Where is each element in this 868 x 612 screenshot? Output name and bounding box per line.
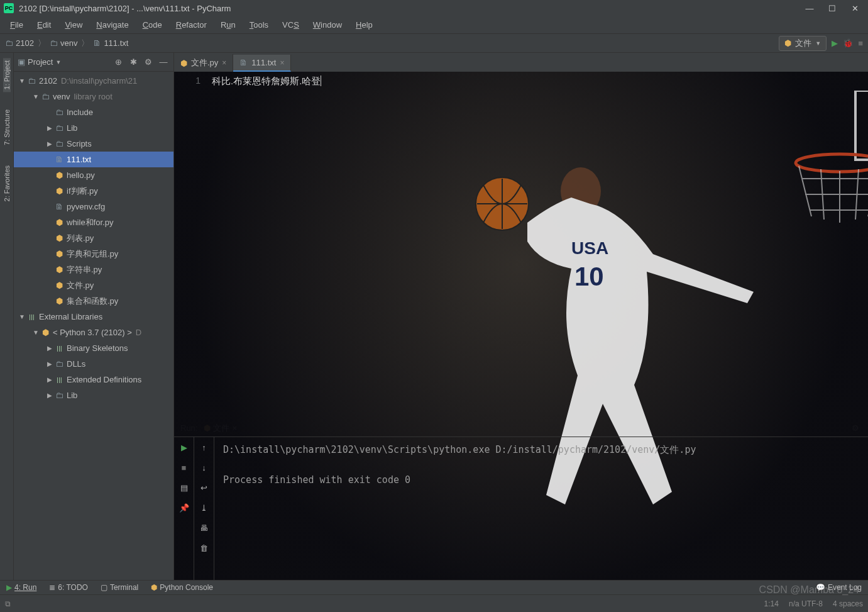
indent-config[interactable]: 4 spaces xyxy=(833,599,863,608)
tree-item[interactable]: ▶🗀Lib xyxy=(14,387,173,403)
side-tab-favorites[interactable]: 2: Favorites xyxy=(3,163,11,204)
side-tab-structure[interactable]: 7: Structure xyxy=(3,107,11,148)
close-icon[interactable]: × xyxy=(222,58,226,67)
menu-vcs[interactable]: VCS xyxy=(276,18,305,31)
pin-icon[interactable]: 📌 xyxy=(178,501,190,514)
caret-position[interactable]: 1:14 xyxy=(764,599,779,608)
tree-item[interactable]: ▼🗀venvlibrary root xyxy=(14,89,173,104)
run-button[interactable]: ▶ xyxy=(832,38,838,48)
up-icon[interactable]: ↑ xyxy=(198,441,211,453)
folder-icon: 🗀 xyxy=(54,139,64,148)
expand-arrow-icon[interactable]: ▼ xyxy=(31,329,40,336)
project-tool-window: ▣ Project ▼ ⊕ ✱ ⚙ — ▼🗀2102D:\install\pyc… xyxy=(14,53,174,580)
project-tree[interactable]: ▼🗀2102D:\install\pycharm\21▼🗀venvlibrary… xyxy=(14,72,173,580)
menu-run[interactable]: Run xyxy=(214,18,242,31)
tree-item[interactable]: ⬢字符串.py xyxy=(14,262,173,277)
txt-icon: 🗎 xyxy=(239,58,248,67)
py-icon: ⬢ xyxy=(180,58,187,68)
tree-item[interactable]: ▼⫼External Libraries xyxy=(14,309,173,325)
expand-all-icon[interactable]: ✱ xyxy=(127,56,140,69)
lib-icon: ⫼ xyxy=(26,312,36,321)
editor-tab[interactable]: 🗎111.txt× xyxy=(233,55,291,72)
windows-icon[interactable]: ⧉ xyxy=(5,599,11,608)
expand-arrow-icon[interactable]: ▼ xyxy=(18,77,26,84)
tree-item[interactable]: ⬢if判断.py xyxy=(14,183,173,199)
breadcrumb-item[interactable]: 🗀venv xyxy=(50,38,77,48)
stop-button[interactable]: ■ xyxy=(858,38,863,48)
tree-item[interactable]: ⬢文件.py xyxy=(14,277,173,293)
expand-arrow-icon[interactable]: ▼ xyxy=(31,93,40,100)
minimize-button[interactable]: — xyxy=(805,4,814,13)
run-tab-button[interactable]: ▶ 4: Run xyxy=(6,583,36,592)
folder-icon: 🗀 xyxy=(5,38,13,48)
stop-icon[interactable]: ■ xyxy=(178,461,190,474)
tree-item[interactable]: ▶⫼Binary Skeletons xyxy=(14,340,173,356)
trash-icon[interactable]: 🗑 xyxy=(198,542,211,554)
menu-refactor[interactable]: Refactor xyxy=(170,18,213,31)
down-icon[interactable]: ↓ xyxy=(198,461,211,474)
expand-arrow-icon[interactable]: ▶ xyxy=(45,125,54,131)
close-button[interactable]: ✕ xyxy=(850,4,859,13)
editor-content[interactable]: 科比.布莱恩特詹姆斯.哈登 xyxy=(212,72,868,420)
folder-icon: 🗀 xyxy=(26,76,36,86)
watermark: CSDN @Mamba 8_24 xyxy=(759,584,859,596)
hide-icon[interactable]: — xyxy=(157,56,170,69)
py-icon: ⬢ xyxy=(40,328,50,337)
todo-tab-button[interactable]: ≣ 6: TODO xyxy=(49,583,88,592)
tree-item[interactable]: ▼🗀2102D:\install\pycharm\21 xyxy=(14,73,173,89)
editor-gutter: 1 xyxy=(174,72,212,420)
menu-help[interactable]: Help xyxy=(349,18,379,31)
layout-icon[interactable]: ▤ xyxy=(178,481,190,494)
py-icon: ⬢ xyxy=(54,170,64,180)
tree-item[interactable]: ▶⫼Extended Definitions xyxy=(14,372,173,387)
expand-arrow-icon[interactable]: ▶ xyxy=(45,140,54,147)
tree-item[interactable]: 🗀Include xyxy=(14,104,173,120)
tree-item[interactable]: ▼⬢< Python 3.7 (2102) >D xyxy=(14,325,173,340)
tree-item[interactable]: 🗎111.txt xyxy=(14,152,173,167)
run-config-label: 文件 xyxy=(795,38,811,49)
tree-item[interactable]: 🗎pyvenv.cfg xyxy=(14,199,173,214)
breadcrumb-item[interactable]: 🗀2102 xyxy=(5,38,34,48)
run-config-combo[interactable]: ⬢ 文件 ▼ xyxy=(779,36,827,51)
tree-item[interactable]: ▶🗀Lib xyxy=(14,120,173,136)
python-console-tab-button[interactable]: ⬢ Python Console xyxy=(151,583,213,592)
close-icon[interactable]: × xyxy=(280,58,284,67)
tree-item[interactable]: ⬢列表.py xyxy=(14,230,173,246)
expand-arrow-icon[interactable]: ▼ xyxy=(18,313,26,320)
menu-window[interactable]: Window xyxy=(307,18,348,31)
debug-button[interactable]: 🐞 xyxy=(843,38,853,48)
locate-icon[interactable]: ⊕ xyxy=(112,56,124,69)
soft-wrap-icon[interactable]: ↩ xyxy=(198,481,211,494)
tree-item[interactable]: ⬢hello.py xyxy=(14,167,173,183)
gear-icon[interactable]: ⚙ xyxy=(142,56,155,69)
folder-icon: 🗀 xyxy=(54,359,64,369)
tree-item[interactable]: ▶🗀DLLs xyxy=(14,356,173,372)
expand-arrow-icon[interactable]: ▶ xyxy=(45,376,54,383)
terminal-icon: ▢ xyxy=(101,583,107,592)
print-icon[interactable]: 🖶 xyxy=(198,521,211,534)
terminal-tab-button[interactable]: ▢ Terminal xyxy=(101,583,138,592)
menu-code[interactable]: Code xyxy=(136,18,168,31)
menu-tools[interactable]: Tools xyxy=(243,18,275,31)
tree-item[interactable]: ⬢集合和函数.py xyxy=(14,293,173,309)
chevron-down-icon[interactable]: ▼ xyxy=(55,59,61,65)
tree-item[interactable]: ⬢while和for.py xyxy=(14,214,173,230)
menu-edit[interactable]: Edit xyxy=(31,18,57,31)
breadcrumb-item[interactable]: 🗎111.txt xyxy=(93,38,128,48)
lib-icon: ⫼ xyxy=(54,343,64,353)
side-tab-project[interactable]: 1: Project xyxy=(3,58,11,92)
expand-arrow-icon[interactable]: ▶ xyxy=(45,360,54,367)
run-output[interactable]: D:\install\pycharm\2102\venv\Scripts\pyt… xyxy=(214,437,868,580)
expand-arrow-icon[interactable]: ▶ xyxy=(45,392,54,399)
menu-view[interactable]: View xyxy=(58,18,89,31)
maximize-button[interactable]: ☐ xyxy=(828,4,837,13)
scroll-to-end-icon[interactable]: ⤓ xyxy=(198,501,211,514)
encoding[interactable]: n/a UTF-8 xyxy=(789,599,823,608)
rerun-icon[interactable]: ▶ xyxy=(178,441,190,453)
menu-file[interactable]: File xyxy=(4,18,30,31)
tree-item[interactable]: ⬢字典和元组.py xyxy=(14,246,173,262)
tree-item[interactable]: ▶🗀Scripts xyxy=(14,136,173,152)
menu-navigate[interactable]: Navigate xyxy=(90,18,135,31)
editor-tab[interactable]: ⬢文件.py× xyxy=(174,54,233,72)
expand-arrow-icon[interactable]: ▶ xyxy=(45,345,54,352)
